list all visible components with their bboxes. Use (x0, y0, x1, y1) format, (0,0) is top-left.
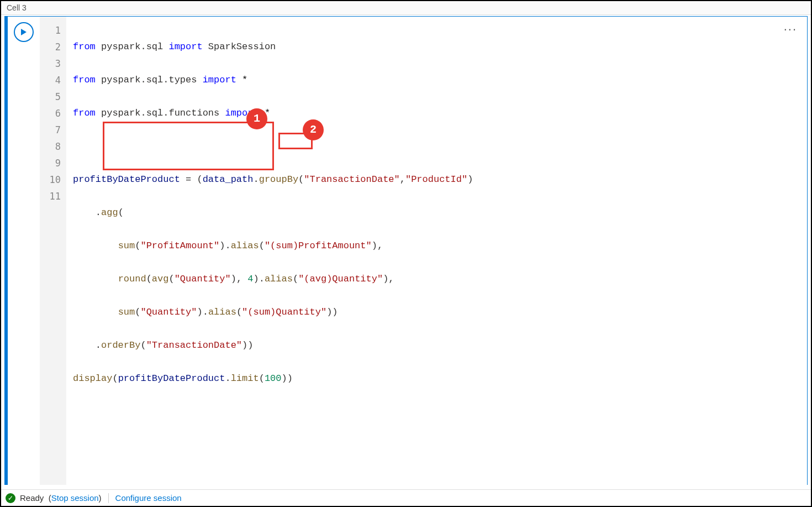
line-number: 9 (40, 155, 61, 171)
divider (108, 493, 109, 503)
status-bar: ✓ Ready (Stop session) Configure session (1, 489, 811, 506)
cell-more-menu[interactable]: ··· (784, 22, 797, 36)
cell-title: Cell 3 (1, 1, 811, 15)
play-icon (19, 28, 28, 36)
line-number: 6 (40, 105, 61, 122)
code-area: 1 2 3 4 5 6 7 8 9 10 11 from pyspark.sql… (8, 17, 807, 485)
line-number: 8 (40, 138, 61, 155)
configure-session-link[interactable]: Configure session (115, 493, 182, 503)
run-column (8, 17, 40, 485)
status-ok-icon: ✓ (6, 493, 15, 503)
cell-body: 1 2 3 4 5 6 7 8 9 10 11 from pyspark.sql… (4, 16, 808, 485)
line-number: 5 (40, 88, 61, 105)
stop-session-link[interactable]: Stop session (51, 493, 99, 503)
code-editor[interactable]: from pyspark.sql import SparkSession fro… (66, 17, 807, 485)
line-number: 3 (40, 55, 61, 72)
line-number: 7 (40, 122, 61, 138)
line-number: 4 (40, 72, 61, 88)
line-gutter: 1 2 3 4 5 6 7 8 9 10 11 (40, 17, 66, 485)
line-number: 2 (40, 39, 61, 55)
line-number: 10 (40, 171, 61, 188)
line-number: 11 (40, 188, 61, 205)
run-button[interactable] (14, 22, 34, 42)
status-ready-label: Ready (20, 493, 44, 503)
annotation-badge-2: 2 (303, 119, 324, 140)
line-number: 1 (40, 22, 61, 39)
